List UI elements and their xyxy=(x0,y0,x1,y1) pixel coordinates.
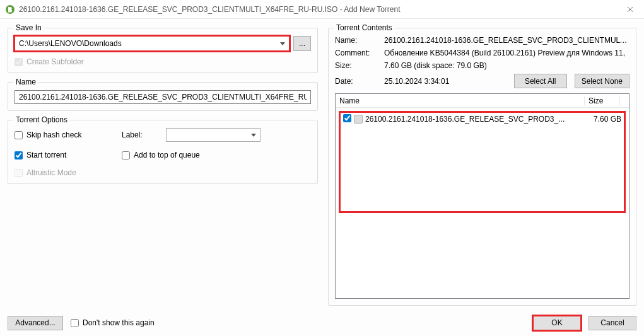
dont-show-label: Don't show this again xyxy=(83,318,155,327)
meta-date-value: 25.10.2024 3:34:01 xyxy=(384,77,514,86)
contents-meta: Name: 26100.2161.241018-1636.GE_RELEASE_… xyxy=(335,36,629,70)
browse-button[interactable]: ... xyxy=(293,36,311,51)
header-name[interactable]: Name xyxy=(336,96,585,105)
meta-name-value: 26100.2161.241018-1636.GE_RELEASE_SVC_PR… xyxy=(384,36,629,45)
meta-comment-value: Обновление KB5044384 (Build 26100.2161) … xyxy=(384,49,629,57)
file-row-checkbox[interactable] xyxy=(343,114,351,122)
meta-name-label: Name: xyxy=(335,36,384,45)
close-icon xyxy=(627,6,633,13)
altruistic-label: Altruistic Mode xyxy=(26,168,76,177)
torrent-name-input[interactable] xyxy=(15,90,311,104)
meta-comment-label: Comment: xyxy=(335,49,384,57)
select-all-button[interactable]: Select All xyxy=(514,74,567,88)
save-path-combo[interactable]: C:\Users\LENOVO\Downloads xyxy=(15,36,290,51)
create-subfolder-label: Create Subfolder xyxy=(26,57,84,66)
add-top-checkbox[interactable] xyxy=(122,151,130,159)
dont-show-row[interactable]: Don't show this again xyxy=(71,318,155,327)
meta-date-label: Date: xyxy=(335,77,384,86)
skip-hash-label: Skip hash check xyxy=(26,130,81,139)
close-button[interactable] xyxy=(616,0,644,19)
label-combo[interactable] xyxy=(166,128,261,142)
torrent-options-group: Torrent Options Skip hash check Label: S… xyxy=(8,120,318,184)
save-in-legend: Save In xyxy=(13,23,44,32)
altruistic-row: Altruistic Mode xyxy=(15,168,122,177)
meta-size-value: 7.60 GB (disk space: 79.0 GB) xyxy=(384,61,629,70)
dialog-footer: Advanced... Don't show this again OK Can… xyxy=(0,310,644,336)
create-subfolder-checkbox xyxy=(15,58,23,66)
dont-show-checkbox[interactable] xyxy=(71,319,79,327)
iso-file-icon xyxy=(354,115,363,124)
contents-legend: Torrent Contents xyxy=(334,23,395,32)
cancel-button[interactable]: Cancel xyxy=(588,316,636,330)
create-subfolder-row: Create Subfolder xyxy=(15,57,311,66)
titlebar: 26100.2161.241018-1636.GE_RELEASE_SVC_PR… xyxy=(0,0,644,19)
ok-button[interactable]: OK xyxy=(533,316,581,330)
meta-size-label: Size: xyxy=(335,61,384,70)
name-group: Name xyxy=(8,82,318,111)
file-row-name: 26100.2161.241018-1636.GE_RELEASE_SVC_PR… xyxy=(365,115,590,124)
header-size[interactable]: Size xyxy=(585,96,620,105)
start-torrent-row[interactable]: Start torrent xyxy=(15,151,122,159)
file-list[interactable]: Name Size 26100.2161.241018-1636.GE_RELE… xyxy=(335,93,629,299)
save-path-value: C:\Users\LENOVO\Downloads xyxy=(19,39,122,48)
name-legend: Name xyxy=(13,78,38,86)
add-top-label: Add to top of queue xyxy=(134,151,200,159)
options-legend: Torrent Options xyxy=(13,115,70,124)
label-label: Label: xyxy=(122,130,166,139)
bittorrent-icon xyxy=(5,4,15,14)
select-none-button[interactable]: Select None xyxy=(575,74,629,88)
skip-hash-row[interactable]: Skip hash check xyxy=(15,130,122,139)
add-top-row[interactable]: Add to top of queue xyxy=(122,151,311,159)
skip-hash-checkbox[interactable] xyxy=(15,131,23,139)
window-title: 26100.2161.241018-1636.GE_RELEASE_SVC_PR… xyxy=(19,5,616,14)
altruistic-checkbox xyxy=(15,169,23,177)
file-list-highlight: 26100.2161.241018-1636.GE_RELEASE_SVC_PR… xyxy=(339,112,625,212)
start-torrent-label: Start torrent xyxy=(26,151,66,159)
save-in-group: Save In C:\Users\LENOVO\Downloads ... Cr… xyxy=(8,28,318,73)
file-list-header: Name Size xyxy=(336,94,629,108)
advanced-button[interactable]: Advanced... xyxy=(8,316,63,330)
file-row-size: 7.60 GB xyxy=(590,115,625,124)
start-torrent-checkbox[interactable] xyxy=(15,151,23,159)
table-row[interactable]: 26100.2161.241018-1636.GE_RELEASE_SVC_PR… xyxy=(339,113,625,125)
torrent-contents-group: Torrent Contents Name: 26100.2161.241018… xyxy=(328,28,636,306)
